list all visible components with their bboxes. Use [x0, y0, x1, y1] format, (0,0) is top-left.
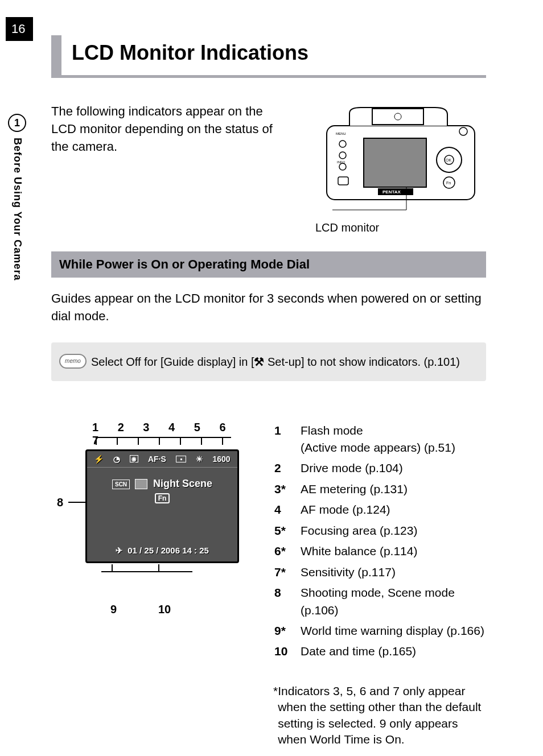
lcd-mid-row: SCN Night Scene Fn [87, 478, 237, 503]
setup-wrench-icon: ⚒ [254, 355, 264, 369]
legend-number: 9* [274, 622, 299, 642]
legend-row: 5*Focusing area (p.123) [274, 522, 485, 542]
legend-number: 6* [274, 543, 299, 562]
svg-text:OK: OK [446, 158, 451, 162]
heading-text: LCD Monitor Indications [72, 35, 308, 75]
svg-text:Fn: Fn [446, 181, 451, 185]
legend-number: 10 [274, 643, 299, 662]
af-mode-label: AF·S [148, 455, 166, 464]
top-tick-marks [96, 437, 238, 449]
legend-footnote: * Indicators 3, 5, 6 and 7 only appear w… [273, 683, 486, 747]
fn-badge: Fn [155, 493, 170, 503]
legend-description: Focusing area (p.123) [301, 522, 485, 542]
camera-back-icon: OK Fn PENTAX PENTAX MENU INFO [315, 103, 486, 211]
world-time-airplane-icon: ✈ [116, 546, 123, 555]
memo-callout: memo Select Off for [Guide display] in [… [51, 342, 486, 381]
legend-description: Drive mode (p.104) [301, 460, 485, 479]
lcd-diagram: 1 2 3 4 5 6 7 ⚡ ◔ ◉ AF·S ☀ 1600 [51, 421, 245, 603]
svg-rect-3 [364, 138, 426, 187]
lcd-top-row: ⚡ ◔ ◉ AF·S ☀ 1600 [87, 451, 237, 467]
footnote-text: Indicators 3, 5, 6 and 7 only appear whe… [278, 683, 486, 747]
legend-row: 10Date and time (p.165) [274, 643, 485, 662]
legend-number: 4 [274, 501, 299, 520]
sensitivity-value: 1600 [212, 455, 230, 464]
legend-row: 9*World time warning display (p.166) [274, 622, 485, 642]
heading-accent-bar [51, 35, 61, 75]
svg-text:INFO: INFO [337, 160, 345, 164]
scene-name: Night Scene [153, 478, 212, 489]
drive-mode-icon: ◔ [113, 455, 120, 464]
legend-row: 3*AE metering (p.131) [274, 481, 485, 500]
chapter-number-badge: 1 [8, 114, 26, 132]
legend-description: AE metering (p.131) [301, 481, 485, 500]
legend: 1Flash mode (Active mode appears) (p.51)… [273, 421, 486, 748]
legend-row: 6*White balance (p.114) [274, 543, 485, 562]
callout-number-10: 10 [158, 603, 171, 616]
legend-number: 5* [274, 522, 299, 542]
callout-number-9: 9 [110, 603, 117, 616]
callout-number-8: 8 [57, 496, 63, 509]
legend-row: 8Shooting mode, Scene mode (p.106) [274, 584, 485, 621]
legend-description: Date and time (p.165) [301, 643, 485, 662]
page-number: 16 [6, 17, 33, 41]
legend-description: White balance (p.114) [301, 543, 485, 562]
memo-text-before: Select Off for [Guide display] in [ [91, 356, 254, 368]
scene-thumbnail-icon [135, 479, 147, 489]
svg-text:PENTAX: PENTAX [382, 189, 401, 195]
legend-description: AF mode (p.124) [301, 501, 485, 520]
svg-rect-1 [372, 109, 423, 125]
camera-illustration: OK Fn PENTAX PENTAX MENU INFO LCD monito… [315, 103, 486, 234]
legend-row: 4AF mode (p.124) [274, 501, 485, 520]
callout-line-8 [68, 502, 85, 503]
body-paragraph: Guides appear on the LCD monitor for 3 s… [51, 290, 486, 325]
legend-row: 1Flash mode (Active mode appears) (p.51) [274, 422, 485, 459]
memo-icon: memo [57, 350, 91, 373]
memo-label: memo [59, 354, 87, 369]
scn-badge: SCN [112, 480, 130, 489]
legend-table: 1Flash mode (Active mode appears) (p.51)… [273, 421, 486, 664]
memo-text: Select Off for [Guide display] in [⚒ Set… [91, 355, 460, 369]
legend-number: 1 [274, 422, 299, 459]
intro-paragraph: The following indicators appear on the L… [51, 103, 279, 155]
legend-number: 7* [274, 564, 299, 583]
chapter-tab: 1 Before Using Your Camera [0, 114, 34, 280]
lcd-screen: ⚡ ◔ ◉ AF·S ☀ 1600 SCN Night Scene Fn ✈ [85, 449, 239, 563]
bottom-tick-marks [101, 564, 192, 576]
chapter-title: Before Using Your Camera [11, 138, 23, 280]
lcd-bottom-row: ✈ 01 / 25 / 2006 14 : 25 [87, 546, 237, 556]
subsection-heading: While Power is On or Operating Mode Dial [51, 251, 486, 278]
legend-description: World time warning display (p.166) [301, 622, 485, 642]
svg-text:MENU: MENU [336, 132, 346, 135]
metering-icon: ◉ [130, 455, 138, 462]
legend-number: 8 [274, 584, 299, 621]
section-heading: LCD Monitor Indications [51, 35, 486, 78]
legend-number: 3* [274, 481, 299, 500]
footnote-asterisk: * [273, 683, 278, 747]
legend-description: Sensitivity (p.117) [301, 564, 485, 583]
focus-area-icon [176, 456, 186, 462]
legend-row: 7*Sensitivity (p.117) [274, 564, 485, 583]
legend-description: Flash mode (Active mode appears) (p.51) [301, 422, 485, 459]
legend-row: 2Drive mode (p.104) [274, 460, 485, 479]
flash-icon: ⚡ [94, 455, 104, 464]
datetime-value: 01 / 25 / 2006 14 : 25 [127, 546, 209, 555]
white-balance-icon: ☀ [196, 455, 203, 464]
memo-text-after: Set-up] to not show indicators. (p.101) [264, 356, 460, 368]
legend-description: Shooting mode, Scene mode (p.106) [301, 584, 485, 621]
camera-caption: LCD monitor [315, 221, 486, 234]
legend-number: 2 [274, 460, 299, 479]
